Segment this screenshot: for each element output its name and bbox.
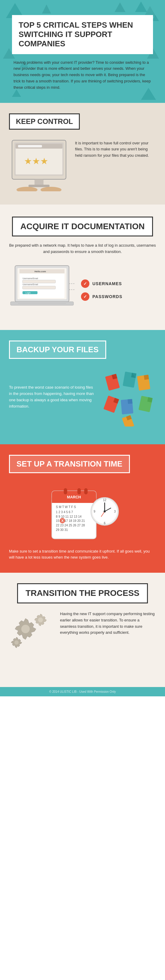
svg-point-15 [41, 187, 61, 191]
svg-text:MARCH: MARCH [67, 495, 81, 500]
password-label: PASSWORDS [93, 294, 123, 299]
process-title-box: TRANSITION THE PROCESS [17, 583, 148, 603]
transition-time-title: SET UP A TRANSITION TIME [17, 459, 123, 469]
svg-rect-53 [84, 488, 88, 494]
svg-rect-22 [22, 280, 55, 283]
transition-time-section: SET UP A TRANSITION TIME MARCH S M T W T… [0, 444, 165, 573]
password-credential: ✓ PASSWORDS [81, 293, 123, 301]
svg-rect-13 [28, 185, 49, 187]
backup-svg [102, 366, 156, 426]
username-label: USERNAMES [93, 281, 122, 286]
svg-text:Username/Email: Username/Email [22, 277, 38, 280]
process-text: Having the new IT support company perfor… [60, 611, 156, 636]
backup-text: To prevent the worst case scenario of lo… [9, 384, 96, 409]
svg-marker-44 [147, 397, 153, 402]
keep-control-text: It is important to have full control ove… [75, 137, 156, 159]
process-title: TRANSITION THE PROCESS [25, 589, 140, 598]
svg-text:1   2   3   4   5   6   7: 1 2 3 4 5 6 7 [56, 511, 73, 514]
svg-rect-52 [77, 488, 81, 494]
footer: © 2014 ULISTIC LIB - Used With Permissio… [0, 687, 165, 696]
svg-rect-10 [18, 145, 42, 147]
process-content: Having the new IT support company perfor… [9, 611, 156, 657]
svg-text:6: 6 [104, 522, 105, 525]
svg-marker-1 [115, 2, 126, 12]
svg-marker-42 [127, 399, 132, 404]
acquire-text: Be prepared with a network map. It helps… [9, 242, 156, 255]
process-section: TRANSITION THE PROCESS [0, 573, 165, 687]
keep-control-section: KEEP CONTROL ★★★ I [0, 103, 165, 205]
svg-point-74 [14, 640, 19, 644]
password-check-icon: ✓ [81, 293, 90, 301]
svg-rect-12 [35, 179, 44, 185]
keep-control-content: ★★★ It is important to have full control… [9, 137, 156, 192]
svg-point-72 [21, 625, 30, 633]
backup-title-box: BACKUP YOUR FILES [9, 340, 106, 359]
svg-text:9: 9 [94, 510, 96, 513]
process-header: TRANSITION THE PROCESS [9, 583, 156, 611]
svg-text:S  M  T  W  T  F  S: S M T W T F S [56, 505, 76, 509]
acquire-title-box: ACQUIRE IT DOCUMENTATION [12, 216, 153, 237]
acquire-title: ACQUIRE IT DOCUMENTATION [20, 222, 145, 231]
transition-svg: MARCH S M T W T F S 1 2 3 4 5 6 7 8 9 10… [45, 480, 120, 542]
svg-marker-0 [42, 5, 51, 14]
svg-marker-38 [144, 375, 149, 380]
keep-control-title-box: KEEP CONTROL [9, 113, 80, 130]
svg-text:8   9 10 11 12 13 14: 8 9 10 11 12 13 14 [56, 515, 82, 518]
header-section: TOP 5 CRITICAL STEPS WHEN SWITCHING IT S… [0, 0, 165, 103]
footer-text: © 2014 ULISTIC LIB - Used With Permissio… [6, 690, 159, 693]
decoration-triangle-2 [135, 2, 147, 12]
laptop-svg: Hello.com Username/Email Username/Email … [9, 262, 75, 317]
backup-illustration [102, 366, 156, 428]
transition-illustration: MARCH S M T W T F S 1 2 3 4 5 6 7 8 9 10… [9, 480, 156, 542]
monitor-svg: ★★★ [9, 137, 69, 191]
keep-control-title: KEEP CONTROL [16, 117, 73, 126]
svg-rect-51 [64, 488, 67, 494]
svg-point-14 [17, 187, 38, 191]
backup-section: BACKUP YOUR FILES To prevent the worst c… [0, 330, 165, 444]
svg-text:X: X [61, 519, 64, 523]
transition-time-title-box: SET UP A TRANSITION TIME [9, 455, 130, 473]
gear-svg [9, 611, 54, 656]
transition-time-text: Make sure to set a transition time and c… [9, 548, 156, 561]
username-credential: ✓ USERNAMES [81, 280, 123, 288]
svg-text:29 30 31: 29 30 31 [56, 528, 68, 531]
backup-content: To prevent the worst case scenario of lo… [9, 366, 156, 428]
svg-rect-39 [104, 396, 119, 413]
svg-rect-24 [22, 286, 55, 289]
svg-text:★★★: ★★★ [24, 156, 48, 166]
svg-text:12: 12 [103, 498, 107, 502]
svg-point-71 [104, 511, 105, 512]
backup-title: BACKUP YOUR FILES [17, 345, 99, 354]
acquire-section: ACQUIRE IT DOCUMENTATION Be prepared wit… [0, 205, 165, 330]
acquire-bottom: Hello.com Username/Email Username/Email … [9, 262, 156, 318]
username-check-icon: ✓ [81, 280, 90, 288]
gear-illustration [9, 611, 54, 657]
laptop-illustration: Hello.com Username/Email Username/Email … [9, 262, 75, 318]
acquire-header: ACQUIRE IT DOCUMENTATION [9, 216, 156, 243]
credentials-list: ✓ USERNAMES ✓ PASSWORDS [81, 280, 123, 301]
svg-point-73 [38, 617, 43, 622]
header-title-box: TOP 5 CRITICAL STEPS WHEN SWITCHING IT S… [12, 15, 153, 54]
header-subtitle: Having problems with your current IT pro… [12, 60, 153, 91]
svg-text:Username/Email: Username/Email [22, 283, 38, 285]
header-title: TOP 5 CRITICAL STEPS WHEN SWITCHING IT S… [19, 21, 146, 49]
svg-text:3: 3 [114, 510, 116, 513]
monitor-illustration: ★★★ [9, 137, 69, 192]
svg-text:Login: Login [25, 292, 31, 294]
svg-text:22 23 24 25 26 27 28: 22 23 24 25 26 27 28 [56, 524, 85, 527]
svg-text:Hello.com: Hello.com [35, 270, 46, 273]
